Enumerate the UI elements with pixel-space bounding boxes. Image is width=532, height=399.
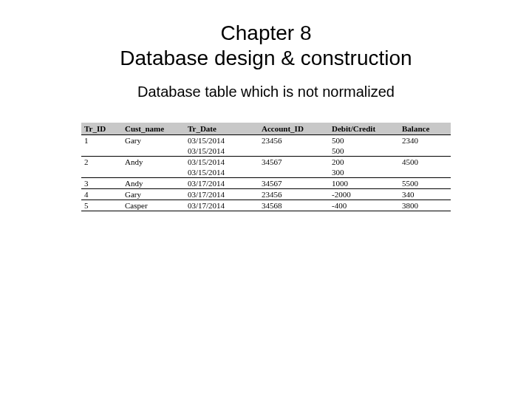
cell-cust-name: Gary xyxy=(122,189,185,200)
table-row: 4Gary03/17/201423456-2000340 xyxy=(81,189,451,200)
slide: Chapter 8 Database design & construction… xyxy=(0,0,532,399)
col-header-balance: Balance xyxy=(399,123,451,135)
cell-balance: 2340 xyxy=(399,135,451,146)
data-table: Tr_ID Cust_name Tr_Date Account_ID Debit… xyxy=(81,123,451,211)
cell-balance: 5500 xyxy=(399,178,451,189)
table-row: 03/15/2014500 xyxy=(81,146,451,157)
cell-tr-id: 5 xyxy=(81,200,122,211)
cell-cust-name xyxy=(122,167,185,178)
cell-tr-id: 4 xyxy=(81,189,122,200)
slide-subtitle: Database table which is not normalized xyxy=(30,83,502,100)
cell-cust-name: Andy xyxy=(122,178,185,189)
cell-account-id xyxy=(259,146,329,157)
cell-account-id: 23456 xyxy=(259,189,329,200)
col-header-debit-credit: Debit/Credit xyxy=(329,123,399,135)
cell-tr-date: 03/15/2014 xyxy=(185,146,259,157)
col-header-tr-id: Tr_ID xyxy=(81,123,122,135)
table-row: 03/15/2014300 xyxy=(81,167,451,178)
cell-debit-credit: -400 xyxy=(329,200,399,211)
table-row: 5Casper03/17/201434568-4003800 xyxy=(81,200,451,211)
title-line-1: Chapter 8 xyxy=(30,21,502,46)
cell-cust-name: Andy xyxy=(122,157,185,168)
cell-account-id: 34567 xyxy=(259,178,329,189)
title-line-2: Database design & construction xyxy=(30,46,502,71)
cell-debit-credit: 500 xyxy=(329,135,399,146)
col-header-tr-date: Tr_Date xyxy=(185,123,259,135)
cell-debit-credit: -2000 xyxy=(329,189,399,200)
cell-balance: 3800 xyxy=(399,200,451,211)
cell-cust-name xyxy=(122,146,185,157)
cell-balance xyxy=(399,167,451,178)
cell-debit-credit: 500 xyxy=(329,146,399,157)
col-header-account-id: Account_ID xyxy=(259,123,329,135)
col-header-cust-name: Cust_name xyxy=(122,123,185,135)
slide-title: Chapter 8 Database design & construction xyxy=(30,21,502,70)
cell-account-id: 34568 xyxy=(259,200,329,211)
cell-balance: 340 xyxy=(399,189,451,200)
cell-tr-id: 1 xyxy=(81,135,122,146)
cell-account-id xyxy=(259,167,329,178)
table-row: 2Andy03/15/2014345672004500 xyxy=(81,157,451,168)
cell-tr-date: 03/17/2014 xyxy=(185,178,259,189)
table-row: 1Gary03/15/2014234565002340 xyxy=(81,135,451,146)
cell-account-id: 34567 xyxy=(259,157,329,168)
cell-cust-name: Casper xyxy=(122,200,185,211)
cell-tr-id xyxy=(81,146,122,157)
cell-tr-id xyxy=(81,167,122,178)
table-row: 3Andy03/17/20143456710005500 xyxy=(81,178,451,189)
cell-tr-date: 03/15/2014 xyxy=(185,135,259,146)
cell-tr-date: 03/17/2014 xyxy=(185,200,259,211)
cell-tr-id: 2 xyxy=(81,157,122,168)
cell-cust-name: Gary xyxy=(122,135,185,146)
cell-debit-credit: 1000 xyxy=(329,178,399,189)
cell-tr-id: 3 xyxy=(81,178,122,189)
cell-balance: 4500 xyxy=(399,157,451,168)
table-body: 1Gary03/15/201423456500234003/15/2014500… xyxy=(81,135,451,211)
table-header-row: Tr_ID Cust_name Tr_Date Account_ID Debit… xyxy=(81,123,451,135)
cell-debit-credit: 300 xyxy=(329,167,399,178)
cell-tr-date: 03/15/2014 xyxy=(185,167,259,178)
cell-tr-date: 03/15/2014 xyxy=(185,157,259,168)
cell-balance xyxy=(399,146,451,157)
cell-tr-date: 03/17/2014 xyxy=(185,189,259,200)
cell-account-id: 23456 xyxy=(259,135,329,146)
cell-debit-credit: 200 xyxy=(329,157,399,168)
table-container: Tr_ID Cust_name Tr_Date Account_ID Debit… xyxy=(81,123,451,211)
